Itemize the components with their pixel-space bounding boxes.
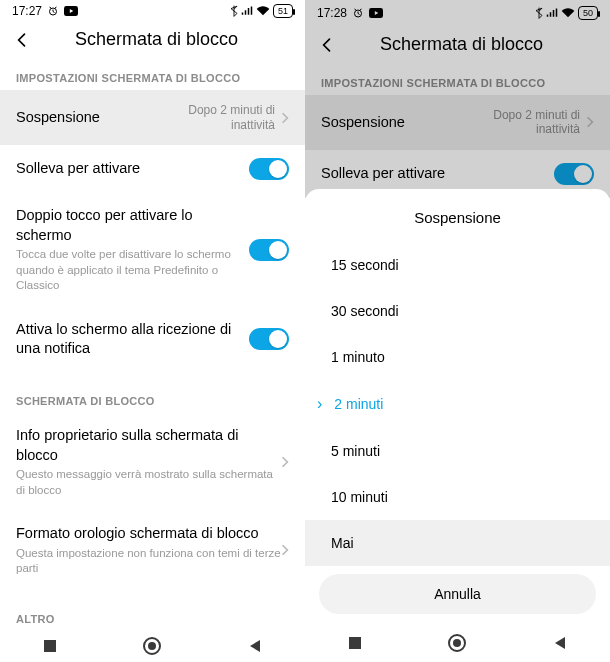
statusbar: 17:27 51: [0, 0, 305, 21]
owner-desc: Questo messaggio verrà mostrato sulla sc…: [16, 467, 281, 498]
nav-back-button[interactable]: [552, 635, 568, 651]
screen-left: 17:27 51 Schermata di blocco IMPOSTAZION…: [0, 0, 305, 662]
sleep-option-never[interactable]: Mai: [305, 520, 610, 566]
wakenotify-toggle[interactable]: [249, 328, 289, 350]
owner-label: Info proprietario sulla schermata di blo…: [16, 426, 281, 465]
screen-right: 17:28 50 Schermata di blocco IMPOSTAZION…: [305, 0, 610, 662]
row-double-tap[interactable]: Doppio tocco per attivare lo schermo Toc…: [0, 193, 305, 307]
clock-desc: Questa impostazione non funziona con tem…: [16, 546, 281, 577]
sleep-value: Dopo 2 minuti di inattività: [188, 103, 275, 132]
sleep-option-1m[interactable]: 1 minuto: [305, 334, 610, 380]
back-button[interactable]: [12, 30, 32, 50]
bluetooth-icon: [230, 5, 238, 17]
svg-point-4: [148, 642, 156, 650]
header: Schermata di blocco: [0, 21, 305, 62]
sheet-title: Sospensione: [305, 199, 610, 242]
sleep-option-15s[interactable]: 15 secondi: [305, 242, 610, 288]
svg-point-9: [453, 639, 461, 647]
row-raise-to-wake[interactable]: Solleva per attivare: [0, 145, 305, 193]
section-header-other: ALTRO: [0, 603, 305, 631]
sleep-option-30s[interactable]: 30 secondi: [305, 288, 610, 334]
section-header-lockscreen: SCHERMATA DI BLOCCO: [0, 385, 305, 413]
raise-label: Solleva per attivare: [16, 159, 249, 179]
row-owner-info[interactable]: Info proprietario sulla schermata di blo…: [0, 413, 305, 511]
page-title: Schermata di blocco: [44, 29, 269, 50]
nav-home-button[interactable]: [447, 633, 467, 653]
sheet-cancel-button[interactable]: Annulla: [319, 574, 596, 614]
chevron-right-icon: [281, 455, 289, 469]
sleep-bottom-sheet: Sospensione 15 secondi 30 secondi 1 minu…: [305, 189, 610, 624]
raise-toggle[interactable]: [249, 158, 289, 180]
modal-backdrop[interactable]: [305, 0, 610, 198]
signal-icon: [241, 6, 253, 16]
sleep-option-10m[interactable]: 10 minuti: [305, 474, 610, 520]
nav-back-button[interactable]: [247, 638, 263, 654]
wakenotify-label: Attiva lo schermo alla ricezione di una …: [16, 320, 249, 359]
alarm-icon: [47, 5, 59, 17]
row-wake-notification[interactable]: Attiva lo schermo alla ricezione di una …: [0, 307, 305, 372]
section-header-lock-settings: IMPOSTAZIONI SCHERMATA DI BLOCCO: [0, 62, 305, 90]
nav-recents-button[interactable]: [347, 635, 363, 651]
doubletap-desc: Tocca due volte per disattivare lo scher…: [16, 247, 249, 294]
row-sleep[interactable]: Sospensione Dopo 2 minuti di inattività: [0, 90, 305, 145]
sleep-option-5m[interactable]: 5 minuti: [305, 428, 610, 474]
doubletap-toggle[interactable]: [249, 239, 289, 261]
nav-recents-button[interactable]: [42, 638, 58, 654]
youtube-icon: [64, 6, 78, 16]
navbar: [0, 631, 305, 662]
clock-label: Formato orologio schermata di blocco: [16, 524, 281, 544]
svg-rect-2: [44, 640, 56, 652]
svg-rect-7: [349, 637, 361, 649]
nav-home-button[interactable]: [142, 636, 162, 656]
battery-indicator: 51: [273, 4, 293, 18]
sleep-label: Sospensione: [16, 108, 188, 128]
doubletap-label: Doppio tocco per attivare lo schermo: [16, 206, 249, 245]
status-time: 17:27: [12, 4, 42, 18]
chevron-right-icon: [281, 111, 289, 125]
sleep-option-2m[interactable]: 2 minuti: [305, 380, 610, 428]
navbar: [305, 624, 610, 662]
chevron-right-icon: [281, 543, 289, 557]
row-clock-format[interactable]: Formato orologio schermata di blocco Que…: [0, 511, 305, 590]
wifi-icon: [256, 6, 270, 16]
